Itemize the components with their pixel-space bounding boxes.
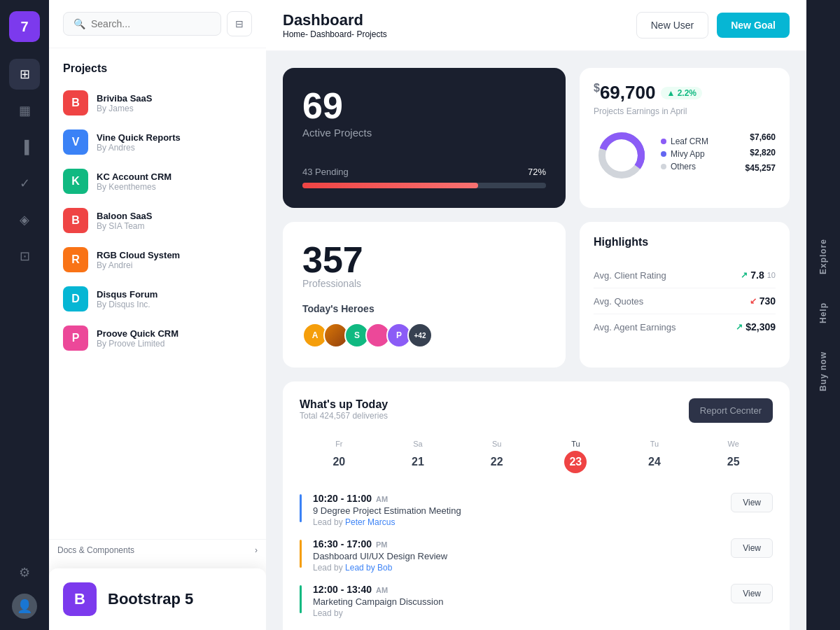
nav-bottom-avatar[interactable]: 👤 xyxy=(12,594,37,619)
calendar-day[interactable]: We25 xyxy=(694,434,773,479)
nav-avatar[interactable]: 7 xyxy=(9,11,40,42)
project-logo: P xyxy=(63,326,88,351)
progress-label: 43 Pending 72% xyxy=(302,167,546,177)
earnings-card: $69,700 ▲ 2.2% Projects Earnings in Apri… xyxy=(580,68,790,208)
calendar-days: Fr20Sa21Su22Tu23Tu24We25 xyxy=(300,434,773,479)
project-by: By SIA Team xyxy=(97,221,252,231)
project-by: By Andrei xyxy=(97,260,252,270)
filter-button[interactable]: ⊟ xyxy=(227,11,252,36)
event-view-button[interactable]: View xyxy=(731,493,773,512)
legend-dot xyxy=(661,139,666,144)
earnings-subtitle: Projects Earnings in April xyxy=(594,106,776,116)
event-item: 10:20 - 11:00 AM 9 Degree Project Estima… xyxy=(300,493,773,527)
calendar-day[interactable]: Fr20 xyxy=(300,434,379,479)
new-goal-button[interactable]: New Goal xyxy=(717,13,790,38)
nav-bar: 7 ⊞ ▦ ▐ ✓ ◈ ⊡ ⚙ 👤 xyxy=(0,0,49,630)
project-by: By Keenthemes xyxy=(97,182,252,192)
list-item[interactable]: K KC Account CRM By Keenthemes xyxy=(57,162,258,201)
right-panel-item[interactable]: Help xyxy=(810,288,836,337)
mid-row: 357 Professionals Today's Heroes ASP+42 … xyxy=(283,222,790,368)
header-actions: New User New Goal xyxy=(636,12,790,38)
highlight-label: Avg. Quotes xyxy=(594,296,643,307)
calendar-day[interactable]: Tu23 xyxy=(536,434,615,479)
new-user-button[interactable]: New User xyxy=(636,12,708,38)
project-name: Baloon SaaS xyxy=(97,211,252,221)
active-projects-number: 69 xyxy=(302,88,546,124)
legend-dot xyxy=(661,151,666,157)
content-area: 69 Active Projects 43 Pending 72% $69,7 xyxy=(266,51,806,630)
project-name: RGB Cloud System xyxy=(97,250,252,260)
list-item[interactable]: V Vine Quick Reports By Andres xyxy=(57,122,258,162)
percent-label: 72% xyxy=(528,167,546,177)
project-name: Vine Quick Reports xyxy=(97,132,252,143)
legend-item: Others xyxy=(661,162,734,172)
event-ampm: AM xyxy=(376,495,388,503)
event-view-button[interactable]: View xyxy=(731,584,773,603)
day-number: 23 xyxy=(564,451,587,473)
highlights-title: Highlights xyxy=(594,236,776,248)
right-panel-item[interactable]: Explore xyxy=(810,225,836,288)
day-name: Tu xyxy=(618,440,692,448)
legend-dot xyxy=(661,164,666,169)
highlight-row: Avg. Quotes ↙ 730 xyxy=(594,288,776,314)
project-list: B Briviba SaaS By James V Vine Quick Rep… xyxy=(49,83,266,539)
list-item[interactable]: D Disqus Forum By Disqus Inc. xyxy=(57,279,258,318)
project-name: Briviba SaaS xyxy=(97,93,252,104)
sidebar-bottom-nav: Docs & Components › xyxy=(49,539,266,561)
event-time: 10:20 - 11:00 AM xyxy=(313,493,720,504)
avatar: +42 xyxy=(407,323,433,348)
calendar-day[interactable]: Tu24 xyxy=(615,434,694,479)
event-line xyxy=(300,494,302,522)
report-center-button[interactable]: Report Cecnter xyxy=(689,398,773,423)
day-number: 21 xyxy=(407,451,429,473)
project-info: RGB Cloud System By Andrei xyxy=(97,250,252,270)
legend-item: Mivy App xyxy=(661,149,734,159)
list-item[interactable]: P Proove Quick CRM By Proove Limited xyxy=(57,318,258,358)
event-lead-link[interactable]: Lead by Bob xyxy=(345,563,392,573)
heroes-title: Today's Heroes xyxy=(302,303,546,314)
right-panel-item[interactable]: Buy now xyxy=(810,337,836,405)
event-details: 12:00 - 13:40 AM Marketing Campaign Disc… xyxy=(313,584,720,618)
event-lead-link[interactable]: Peter Marcus xyxy=(345,517,395,527)
main-content: Dashboard Home- Dashboard- Projects New … xyxy=(266,0,806,630)
nav-icon-chart[interactable]: ▐ xyxy=(9,132,40,162)
nav-icon-dashboard[interactable]: ⊞ xyxy=(9,59,40,90)
calendar-day[interactable]: Su22 xyxy=(457,434,536,479)
project-info: Proove Quick CRM By Proove Limited xyxy=(97,328,252,349)
legend-label: Mivy App xyxy=(671,149,705,159)
nav-icon-settings[interactable]: ⚙ xyxy=(9,557,40,588)
professionals-label: Professionals xyxy=(302,278,546,289)
nav-icon-box[interactable]: ⊡ xyxy=(9,241,40,272)
list-item[interactable]: B Briviba SaaS By James xyxy=(57,83,258,122)
project-logo: R xyxy=(63,247,88,272)
list-item[interactable]: B Baloon SaaS By SIA Team xyxy=(57,201,258,240)
chevron-right-icon: › xyxy=(255,545,258,555)
calendar-title: What's up Today xyxy=(300,398,388,411)
nav-icon-check[interactable]: ✓ xyxy=(9,168,40,199)
event-item: 12:00 - 13:40 AM Marketing Campaign Disc… xyxy=(300,584,773,618)
search-box[interactable]: 🔍 xyxy=(63,12,221,36)
nav-icon-layers[interactable]: ◈ xyxy=(9,204,40,235)
project-by: By James xyxy=(97,104,252,113)
highlights-card: Highlights Avg. Client Rating ↗ 7.8 10 A… xyxy=(580,222,790,368)
breadcrumb-home: Home- xyxy=(283,29,308,39)
nav-icon-grid[interactable]: ▦ xyxy=(9,95,40,126)
arrow-up-icon: ↗ xyxy=(736,322,743,332)
earnings-amount: 69,700 xyxy=(600,82,656,103)
event-details: 10:20 - 11:00 AM 9 Degree Project Estima… xyxy=(313,493,720,527)
event-view-button[interactable]: View xyxy=(731,538,773,558)
calendar-day[interactable]: Sa21 xyxy=(379,434,458,479)
highlight-row: Avg. Agent Earnings ↗ $2,309 xyxy=(594,314,776,340)
legend-value: $7,660 xyxy=(746,132,776,142)
calendar-card: What's up Today Total 424,567 deliveries… xyxy=(283,382,790,630)
heroes-section: Today's Heroes ASP+42 xyxy=(302,303,546,348)
list-item[interactable]: R RGB Cloud System By Andrei xyxy=(57,240,258,279)
donut-chart xyxy=(594,127,650,183)
day-name: Tu xyxy=(539,440,612,448)
header: Dashboard Home- Dashboard- Projects New … xyxy=(266,0,806,51)
search-input[interactable] xyxy=(91,18,211,29)
bottom-nav-label: Docs & Components xyxy=(57,545,134,555)
bootstrap-card: B Bootstrap 5 xyxy=(49,568,266,630)
event-title: Dashboard UI/UX Design Review xyxy=(313,551,720,561)
event-lead: Lead by Lead by Bob xyxy=(313,563,720,573)
